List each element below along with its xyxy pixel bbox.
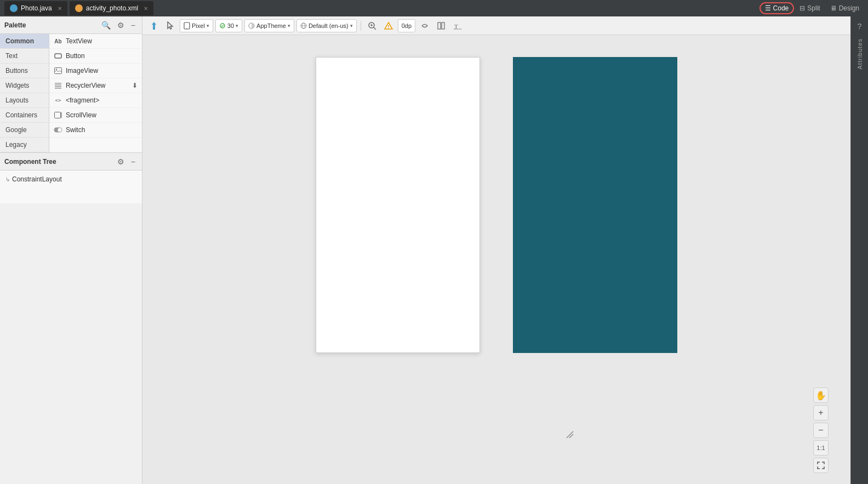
- category-layouts[interactable]: Layouts: [0, 93, 49, 108]
- hand-tool-button[interactable]: ✋: [813, 388, 829, 403]
- category-containers[interactable]: Containers: [0, 108, 49, 123]
- palette-header: Palette 🔍 ⚙ −: [0, 16, 142, 34]
- constraints-button[interactable]: [418, 19, 432, 33]
- attributes-label[interactable]: Attributes: [856, 34, 863, 73]
- palette-items-list: Ab TextView Button: [49, 34, 142, 152]
- zoom-reset-button[interactable]: 1:1: [813, 440, 829, 455]
- palette-settings-button[interactable]: ⚙: [115, 20, 127, 31]
- category-google[interactable]: Google: [0, 123, 49, 138]
- component-tree-settings-button[interactable]: ⚙: [115, 156, 127, 167]
- svg-marker-11: [152, 22, 156, 30]
- category-buttons[interactable]: Buttons: [0, 64, 49, 78]
- margin-input[interactable]: 0dp: [398, 19, 415, 32]
- zoom-controls: ✋ + − 1:1: [813, 388, 829, 473]
- zoom-in-button[interactable]: +: [813, 405, 829, 420]
- component-tree-minimize-button[interactable]: −: [129, 156, 138, 167]
- scrollview-icon: [54, 111, 62, 119]
- recyclerview-download-icon: ⬇: [132, 82, 138, 89]
- palette-item-textview-label: TextView: [66, 37, 92, 45]
- title-bar: Photo.java ✕ activity_photo.xml ✕ ☰ Code…: [0, 0, 868, 16]
- java-file-icon: [10, 4, 18, 12]
- locale-dropdown[interactable]: Default (en-us) ▾: [296, 19, 357, 32]
- svg-point-10: [58, 128, 62, 132]
- palette-panel: Palette 🔍 ⚙ − Common Text Buttons Widget…: [0, 16, 142, 152]
- zoom-fit-button[interactable]: [813, 458, 829, 473]
- theme-dropdown-arrow: ▾: [288, 23, 290, 29]
- layout-check-button[interactable]: [434, 19, 448, 33]
- theme-dropdown[interactable]: AppTheme ▾: [244, 19, 294, 32]
- tab-photo-java-label: Photo.java: [21, 4, 52, 12]
- palette-minimize-button[interactable]: −: [129, 20, 138, 31]
- tree-item-constraintlayout[interactable]: ↳ ConstraintLayout: [5, 174, 136, 185]
- right-panel: ? Attributes: [850, 16, 868, 484]
- split-icon: ⊟: [800, 4, 805, 12]
- palette-item-scrollview-label: ScrollView: [66, 111, 96, 119]
- device-dropdown[interactable]: Pixel ▾: [180, 19, 213, 32]
- imageview-icon: [54, 66, 62, 75]
- tab-activity-xml-close[interactable]: ✕: [144, 5, 148, 12]
- locale-dropdown-arrow: ▾: [350, 23, 353, 29]
- device-frame-light: [316, 57, 480, 353]
- fragment-icon: <>: [54, 96, 62, 105]
- issues-button[interactable]: [381, 19, 396, 33]
- canvas-area: [142, 35, 850, 484]
- api-dropdown-arrow: ▾: [236, 23, 238, 29]
- main-layout: Palette 🔍 ⚙ − Common Text Buttons Widget…: [0, 16, 868, 484]
- component-tree-body: ↳ ConstraintLayout: [0, 170, 142, 203]
- tab-photo-java-close[interactable]: ✕: [58, 5, 62, 12]
- svg-point-25: [388, 27, 389, 29]
- svg-rect-27: [442, 22, 444, 29]
- textview-icon: Ab: [54, 37, 62, 45]
- palette-item-imageview-label: ImageView: [66, 67, 98, 75]
- code-label: Code: [773, 4, 789, 12]
- palette-item-button[interactable]: Button: [49, 49, 142, 64]
- recyclerview-icon: [54, 81, 62, 90]
- help-icon[interactable]: ?: [858, 19, 862, 34]
- category-text[interactable]: Text: [0, 49, 49, 64]
- svg-point-14: [220, 24, 225, 28]
- category-widgets[interactable]: Widgets: [0, 78, 49, 93]
- api-dropdown[interactable]: 30 ▾: [215, 19, 242, 32]
- design-icon: 🖥: [830, 4, 837, 12]
- device-dropdown-arrow: ▾: [207, 23, 209, 29]
- baseline-button[interactable]: T: [450, 19, 465, 33]
- palette-item-recyclerview[interactable]: RecyclerView ⬇: [49, 78, 142, 93]
- palette-search-button[interactable]: 🔍: [99, 20, 113, 31]
- design-label: Design: [839, 4, 859, 12]
- palette-item-textview[interactable]: Ab TextView: [49, 34, 142, 49]
- svg-point-13: [186, 28, 187, 29]
- palette-categories: Common Text Buttons Widgets Layouts Cont…: [0, 34, 49, 152]
- svg-rect-8: [61, 112, 62, 118]
- zoom-to-fit-button[interactable]: [365, 19, 379, 33]
- svg-rect-7: [55, 112, 61, 118]
- tab-activity-photo-xml[interactable]: activity_photo.xml ✕: [70, 1, 153, 15]
- tab-photo-java[interactable]: Photo.java ✕: [4, 1, 67, 15]
- resize-handle[interactable]: [564, 429, 575, 440]
- xml-file-icon: [75, 4, 83, 12]
- zoom-out-button[interactable]: −: [813, 423, 829, 438]
- toolbar-separator-1: [361, 21, 361, 31]
- select-button[interactable]: [163, 19, 178, 33]
- palette-item-switch[interactable]: Switch: [49, 123, 142, 138]
- palette-item-recyclerview-label: RecyclerView: [66, 82, 105, 89]
- design-area: Pixel ▾ 30 ▾ AppTheme ▾ Default (en-us) …: [142, 16, 850, 484]
- split-view-button[interactable]: ⊟ Split: [795, 3, 824, 14]
- code-view-button[interactable]: ☰ Code: [760, 2, 795, 14]
- view-mode-toolbar: ☰ Code ⊟ Split 🖥 Design: [760, 2, 864, 14]
- margin-label: 0dp: [402, 22, 412, 29]
- palette-item-scrollview[interactable]: ScrollView: [49, 108, 142, 123]
- code-icon: ☰: [765, 4, 771, 12]
- palette-body: Common Text Buttons Widgets Layouts Cont…: [0, 34, 142, 152]
- palette-item-imageview[interactable]: ImageView: [49, 64, 142, 78]
- palette-item-fragment[interactable]: <> <fragment>: [49, 93, 142, 108]
- category-common[interactable]: Common: [0, 34, 49, 49]
- left-panel: Palette 🔍 ⚙ − Common Text Buttons Widget…: [0, 16, 142, 484]
- device-label: Pixel: [192, 22, 205, 29]
- palette-item-fragment-label: <fragment>: [66, 96, 99, 104]
- component-tree-title: Component Tree: [4, 158, 113, 166]
- api-label: 30: [227, 22, 234, 29]
- category-legacy[interactable]: Legacy: [0, 138, 49, 152]
- split-label: Split: [807, 4, 820, 12]
- pan-button[interactable]: [147, 19, 161, 33]
- design-view-button[interactable]: 🖥 Design: [826, 3, 864, 14]
